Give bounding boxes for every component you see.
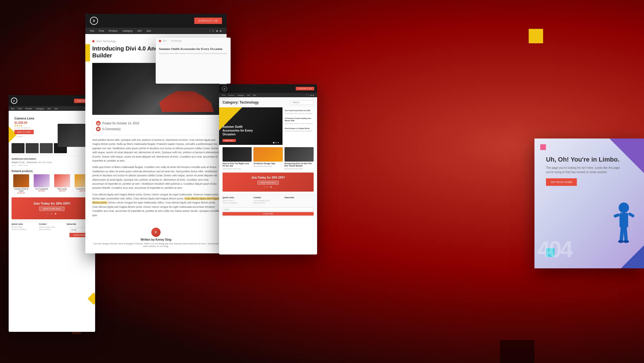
cat-cta-fb[interactable]: f xyxy=(264,186,265,188)
deco-yellow-tr xyxy=(529,29,543,43)
category-contact-button[interactable]: CONTACT US xyxy=(296,87,314,90)
blog-ig-icon[interactable]: ◉ xyxy=(216,29,218,32)
blog-yt-icon[interactable]: ▶ xyxy=(220,29,222,32)
person-body xyxy=(619,213,628,227)
cat-tw-icon[interactable]: 𝕏 xyxy=(308,94,309,96)
cat-cta-tw[interactable]: 𝕏 xyxy=(267,186,268,188)
cat-nav-product[interactable]: Product xyxy=(228,94,234,96)
slide-dot-3[interactable] xyxy=(278,142,279,143)
post-card-title-1: How to Pick The Right Lens for the Job xyxy=(223,162,252,167)
footer-col-contact: Contact 1234 Example Street(555) 678-901… xyxy=(39,223,65,239)
shop-nav-divi[interactable]: Divi xyxy=(11,108,14,110)
cat-fb-icon[interactable]: f xyxy=(306,94,306,96)
post-card-img-3 xyxy=(285,147,314,162)
shop-nav: Divi Post Product Category 404 Join f 𝕏 … xyxy=(9,106,95,111)
blog-nav-product[interactable]: Product xyxy=(109,29,118,32)
shop-fb-icon[interactable]: f xyxy=(84,107,84,110)
category-search-input[interactable] xyxy=(291,100,314,104)
blog-nav-post[interactable]: Post xyxy=(99,29,104,32)
category-cta-social: f 𝕏 ◉ xyxy=(226,186,310,188)
blog-deco-yellow xyxy=(85,44,90,61)
cat-nav-post[interactable]: Post xyxy=(222,94,225,96)
cat-footer-col-1: Quick Links Privacy PolicyTerms & Condit… xyxy=(223,197,252,204)
cat-nav-join[interactable]: Join xyxy=(253,94,256,96)
author-description: I am the Design Director here at Elegant… xyxy=(92,242,220,248)
404-home-button[interactable]: GET BACK HOME xyxy=(546,178,577,186)
product-main-wrapper: Camera Lens $1,500.00 ★★★★ 5 Customer Re… xyxy=(9,111,95,143)
slide-read-more-button[interactable]: Read More xyxy=(223,139,236,142)
cat-yt-icon[interactable]: ▶ xyxy=(313,94,314,96)
category-cta-title: Join Today for 20% OFF! xyxy=(226,176,310,179)
cat-cta-ig[interactable]: ◉ xyxy=(270,186,272,188)
product-thumb-1[interactable] xyxy=(12,143,25,153)
meta-date-row: 📅 Posted On October 14, 2019 xyxy=(96,121,216,126)
author-section: K Written by Kenny Sing I am the Design … xyxy=(92,228,220,248)
shop-logo: D xyxy=(11,98,17,104)
add-to-cart-button[interactable]: ADD TO CART xyxy=(14,130,34,134)
404-person-illustration xyxy=(604,199,638,257)
blog-nav-join[interactable]: Join xyxy=(146,29,151,32)
category-cta-button[interactable]: SHOP YOUR SALE xyxy=(257,181,279,185)
shop-cta-button[interactable]: SHOP YOUR SALE xyxy=(39,207,65,211)
featured-slider: Summer Outfit Accessories for Every Occa… xyxy=(219,107,283,145)
additional-info-section: Additional Information Weight: 0.5 kg Di… xyxy=(9,156,95,168)
sidebar-post-1-title: Our Travel Food Picks for 2019 xyxy=(285,110,315,112)
shop-nav-join[interactable]: Join xyxy=(54,108,58,110)
related-img-2 xyxy=(34,174,50,187)
blog-nav-category[interactable]: Category xyxy=(122,29,133,32)
related-item-1[interactable]: Outdoor Desk & Chair $140.00 xyxy=(12,174,31,194)
cat-ig-icon[interactable]: ◉ xyxy=(310,94,312,96)
post-card-3[interactable]: Introducing Divi 4.0 And The Divi Theme … xyxy=(285,147,314,170)
shop-cta-tw[interactable]: 𝕏 xyxy=(50,212,52,215)
product-title: Camera Lens xyxy=(14,117,89,120)
post-card-1[interactable]: How to Pick The Right Lens for the Job S… xyxy=(223,147,252,170)
related-price-3: $49.00 xyxy=(59,190,65,192)
blog-paragraph-2: Nulla quis lorem ut libero malesuada feu… xyxy=(92,165,220,190)
blog-paragraph-1: Sed porttitor lectus nibh. Quisque velit… xyxy=(92,138,220,163)
cat-footer-contact-title: Contact xyxy=(253,197,283,199)
footer-quicklinks-title: Quick Links xyxy=(12,223,37,225)
cat-email-input[interactable] xyxy=(223,207,314,212)
blog-contact-button[interactable]: CONTACT US xyxy=(194,18,222,24)
related-item-3[interactable]: Red Lamp $49.00 xyxy=(52,174,72,194)
breadcrumb-category: Divi | Technology xyxy=(96,40,116,43)
slide-dot-2[interactable] xyxy=(275,142,277,143)
post-card-text-2: Sed porttitor lectus nibh xyxy=(253,165,283,168)
404-panel: 404 Uh, Oh! You're in Limbo. The page yo… xyxy=(534,139,644,268)
blog-tw-icon[interactable]: 𝕏 xyxy=(212,29,214,32)
cat-nav-category[interactable]: Category xyxy=(237,94,244,96)
overlay-content: Summer Outfit Accessories for Every Occa… xyxy=(156,44,230,58)
shop-nav-product[interactable]: Product xyxy=(25,108,32,110)
related-name-1: Outdoor Desk & Chair xyxy=(12,188,31,192)
related-img-1 xyxy=(13,174,29,187)
slide-dot-1[interactable] xyxy=(273,142,274,143)
person-shoe-left xyxy=(618,240,624,243)
shop-nav-category[interactable]: Category xyxy=(36,108,44,110)
blog-paragraph-3: Cras ultrices ligula sed magna dictum po… xyxy=(92,192,220,217)
blog-fb-icon[interactable]: f xyxy=(210,29,210,32)
person-shoe-right xyxy=(623,240,629,243)
blog-nav-divi[interactable]: Divi xyxy=(90,29,94,32)
person-right-arm xyxy=(628,212,635,218)
blog-nav-404[interactable]: 404 xyxy=(138,29,142,32)
post-card-text-3: Sed porttitor lectus nibh xyxy=(285,168,314,170)
color-label: Color: xyxy=(12,164,16,166)
post-card-2[interactable]: 10 Interior Design Tips Sed porttitor le… xyxy=(253,147,283,170)
post-card-text-1: Sed porttitor lectus nibh xyxy=(223,168,252,170)
shop-cta-ig[interactable]: ◉ xyxy=(54,212,57,215)
category-sidebar: Our Travel Food Picks for 2019 Lorem ips… xyxy=(283,107,317,145)
sidebar-post-3-title: Print Design in a Digital World xyxy=(285,128,315,130)
shop-nav-post[interactable]: Post xyxy=(18,108,22,110)
shop-deco-yellow2 xyxy=(88,293,95,305)
shop-nav-404[interactable]: 404 xyxy=(47,108,51,110)
cat-footer-col-2: Contact 1234 Example Street(555) 678-901… xyxy=(253,197,283,204)
product-thumb-3[interactable] xyxy=(40,143,53,153)
post-meta: 📅 Posted On October 14, 2019 💬 0 Comment… xyxy=(92,118,220,135)
category-footer: Quick Links Privacy PolicyTerms & Condit… xyxy=(219,194,317,207)
cat-subscribe-button[interactable]: SUBSCRIBE xyxy=(223,212,314,216)
category-post-grid: How to Pick The Right Lens for the Job S… xyxy=(219,145,317,173)
related-item-2[interactable]: Out Cupboard $79.00 xyxy=(32,174,51,194)
product-thumb-2[interactable] xyxy=(26,143,39,153)
shop-cta-fb[interactable]: f xyxy=(47,212,48,215)
cat-nav-404[interactable]: 404 xyxy=(247,94,250,96)
